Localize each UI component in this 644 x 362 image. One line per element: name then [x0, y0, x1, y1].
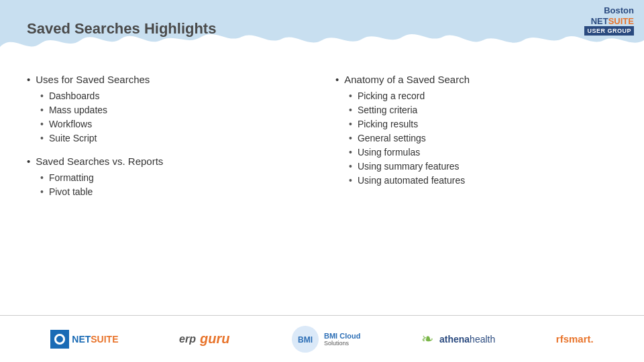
right-column: Anatomy of a Saved Search Picking a reco…	[322, 74, 617, 209]
bmi-text: BMI Cloud Solutions	[324, 332, 360, 347]
anatomy-item-label: Anatomy of a Saved Search	[344, 74, 470, 85]
erp-text: erp	[179, 333, 196, 345]
footer-rfsmart-logo: rfsmart.	[556, 333, 594, 345]
logo-user-group-text: USER GROUP	[584, 26, 634, 36]
sub-item-using-formulas: Using formulas	[349, 147, 617, 158]
bmi-sub: Solutions	[324, 340, 360, 347]
footer-netsuite-logo: NETSUITE	[50, 330, 118, 349]
sub-item-setting-criteria: Setting criteria	[349, 105, 617, 115]
uses-list: Uses for Saved Searches	[27, 74, 309, 85]
uses-sub-list: Dashboards Mass updates Workflows Suite …	[27, 90, 309, 143]
vs-sub-list: Formatting Pivot table	[27, 172, 309, 197]
rfsmart-text: rfsmart.	[556, 333, 594, 345]
vs-item: Saved Searches vs. Reports	[27, 156, 309, 167]
anatomy-sub-list: Picking a record Setting criteria Pickin…	[335, 90, 617, 186]
netsuite-text: NETSUITE	[72, 334, 118, 345]
sub-item-dashboards: Dashboards	[40, 90, 309, 101]
sub-item-picking-record: Picking a record	[349, 90, 617, 101]
bmi-title: BMI Cloud	[324, 332, 360, 340]
sub-item-automated-features: Using automated features	[349, 175, 617, 186]
footer: NETSUITE erpguru BMI BMI Cloud Solutions…	[0, 315, 644, 362]
uses-item-label: Uses for Saved Searches	[36, 74, 150, 85]
anatomy-item: Anatomy of a Saved Search	[335, 74, 617, 85]
brand-logo: Boston NETSUITE USER GROUP	[584, 5, 634, 36]
sub-item-summary-features: Using summary features	[349, 161, 617, 172]
footer-athena-logo: ❧ athenahealth	[421, 330, 495, 348]
netsuite-icon	[50, 330, 69, 349]
sub-item-general-settings: General settings	[349, 133, 617, 143]
svg-text:BMI: BMI	[298, 335, 313, 345]
logo-netsuite-text: NETSUITE	[584, 16, 634, 27]
footer-erpguru-logo: erpguru	[179, 331, 229, 347]
anatomy-section: Anatomy of a Saved Search Picking a reco…	[335, 74, 617, 186]
footer-bmi-logo: BMI BMI Cloud Solutions	[290, 324, 360, 354]
guru-text: guru	[200, 331, 229, 347]
anatomy-list: Anatomy of a Saved Search	[335, 74, 617, 85]
sub-item-picking-results: Picking results	[349, 119, 617, 129]
athena-text: athenahealth	[439, 334, 495, 345]
sub-item-workflows: Workflows	[40, 119, 309, 129]
page-title: Saved Searches Highlights	[27, 20, 216, 38]
sub-item-pivot-table: Pivot table	[40, 186, 309, 197]
netsuite-icon-inner	[54, 334, 65, 345]
uses-item: Uses for Saved Searches	[27, 74, 309, 85]
uses-section: Uses for Saved Searches Dashboards Mass …	[27, 74, 309, 143]
sub-item-suite-script: Suite Script	[40, 133, 309, 143]
bmi-icon: BMI	[290, 324, 320, 354]
main-content: Uses for Saved Searches Dashboards Mass …	[0, 60, 644, 223]
logo-boston-text: Boston	[584, 5, 634, 16]
sub-item-formatting: Formatting	[40, 172, 309, 183]
left-column: Uses for Saved Searches Dashboards Mass …	[27, 74, 322, 209]
sub-item-mass-updates: Mass updates	[40, 105, 309, 115]
vs-list: Saved Searches vs. Reports	[27, 156, 309, 167]
vs-reports-section: Saved Searches vs. Reports Formatting Pi…	[27, 156, 309, 197]
athena-leaf-icon: ❧	[421, 330, 433, 348]
vs-item-label: Saved Searches vs. Reports	[36, 156, 163, 167]
